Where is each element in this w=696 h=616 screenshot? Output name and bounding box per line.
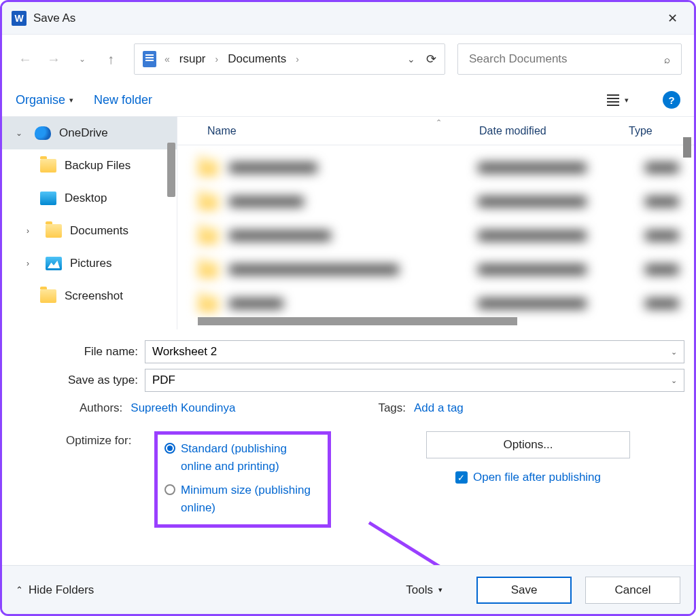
- file-list: ⌃ Name Date modified Type: [177, 117, 694, 329]
- up-button[interactable]: ↑: [100, 48, 122, 70]
- folder-icon: [46, 224, 62, 238]
- dialog-footer: ⌃ Hide Folders Tools ▾ Save Cancel: [2, 565, 694, 614]
- search-icon[interactable]: ⌕: [664, 54, 670, 65]
- organise-menu[interactable]: Organise ▾: [16, 93, 73, 107]
- optimize-highlight-box: Standard (publishing online and printing…: [154, 431, 331, 528]
- options-button[interactable]: Options...: [426, 431, 630, 458]
- filename-value: Worksheet 2: [152, 345, 217, 359]
- tree-item-onedrive[interactable]: ⌄ OneDrive: [2, 117, 177, 149]
- nav-tree: ⌄ OneDrive Backup Files Desktop › Docume…: [2, 117, 177, 329]
- search-box[interactable]: ⌕: [457, 43, 682, 75]
- radio-label: Minimum size (publishing online): [181, 482, 318, 516]
- saveastype-value: PDF: [152, 374, 175, 387]
- view-menu[interactable]: ▾: [607, 94, 629, 106]
- chevron-up-icon: ⌃: [16, 585, 23, 595]
- sort-indicator-icon: ⌃: [436, 118, 442, 127]
- caret-down-icon: ▾: [438, 585, 442, 594]
- address-bar[interactable]: « rsupr › Documents › ⌄ ⟳: [134, 43, 445, 75]
- filename-input[interactable]: Worksheet 2 ⌄: [145, 340, 684, 363]
- dropdown-caret-icon[interactable]: ⌄: [671, 348, 677, 357]
- vertical-scrollbar[interactable]: [683, 137, 691, 158]
- chevron-down-icon: ⌄: [16, 128, 27, 138]
- file-rows-blurred: [177, 145, 694, 321]
- tags-label: Tags:: [378, 401, 406, 415]
- list-view-icon: [607, 94, 619, 106]
- save-button[interactable]: Save: [476, 577, 572, 604]
- word-app-icon: W: [12, 11, 27, 26]
- tools-label: Tools: [406, 583, 433, 597]
- close-button[interactable]: ✕: [661, 7, 684, 30]
- refresh-button[interactable]: ⟳: [426, 52, 436, 67]
- tree-label: Desktop: [65, 192, 107, 205]
- help-button[interactable]: ?: [663, 91, 680, 109]
- chevron-right-icon: ›: [215, 54, 219, 65]
- organise-label: Organise: [16, 93, 65, 107]
- optimize-label: Optimize for:: [66, 431, 154, 528]
- saveastype-select[interactable]: PDF ⌄: [145, 369, 684, 392]
- breadcrumb-seg[interactable]: Documents: [228, 52, 286, 66]
- desktop-icon: [40, 192, 56, 205]
- caret-down-icon: ▾: [69, 96, 73, 105]
- tools-menu[interactable]: Tools ▾: [406, 583, 442, 597]
- sidebar-scrollbar[interactable]: [167, 143, 175, 197]
- authors-value[interactable]: Supreeth Koundinya: [130, 401, 235, 415]
- chevron-right-icon: «: [164, 54, 170, 65]
- onedrive-icon: [35, 126, 51, 140]
- col-type[interactable]: Type: [629, 125, 694, 137]
- radio-label: Standard (publishing online and printing…: [181, 440, 318, 475]
- breadcrumb: « rsupr › Documents ›: [164, 52, 299, 66]
- chevron-right-icon: ›: [27, 259, 37, 268]
- filename-label: File name:: [12, 345, 145, 359]
- checkbox-label: Open file after publishing: [473, 471, 601, 484]
- dialog-title: Save As: [33, 12, 75, 25]
- checkbox-checked-icon: ✓: [455, 471, 468, 484]
- back-button[interactable]: ←: [14, 48, 36, 70]
- tags-value[interactable]: Add a tag: [414, 401, 464, 415]
- main-panel: ⌄ OneDrive Backup Files Desktop › Docume…: [2, 116, 694, 329]
- tree-item-screenshot[interactable]: Screenshot: [2, 280, 177, 312]
- authors-label: Authors:: [80, 401, 122, 415]
- horizontal-scrollbar[interactable]: [198, 317, 517, 325]
- radio-unchecked-icon: [164, 484, 175, 495]
- recent-dropdown[interactable]: ⌄: [71, 48, 93, 70]
- hide-folders-toggle[interactable]: ⌃ Hide Folders: [16, 583, 94, 597]
- folder-icon: [40, 289, 56, 303]
- caret-down-icon: ▾: [625, 96, 629, 105]
- saveastype-label: Save as type:: [12, 374, 145, 387]
- new-folder-button[interactable]: New folder: [94, 93, 152, 107]
- address-dropdown[interactable]: ⌄: [407, 54, 415, 65]
- tree-item-pictures[interactable]: › Pictures: [2, 247, 177, 280]
- dropdown-caret-icon[interactable]: ⌄: [671, 376, 677, 385]
- tree-label: Pictures: [70, 257, 111, 270]
- optimize-standard-radio[interactable]: Standard (publishing online and printing…: [164, 440, 318, 475]
- location-icon: [143, 51, 156, 67]
- organise-toolbar: Organise ▾ New folder ▾ ?: [2, 84, 694, 116]
- tree-label: Documents: [70, 224, 128, 238]
- pictures-icon: [46, 257, 62, 270]
- save-form: File name: Worksheet 2 ⌄ Save as type: P…: [2, 329, 694, 528]
- nav-bar: ← → ⌄ ↑ « rsupr › Documents › ⌄ ⟳ ⌕: [2, 35, 694, 84]
- tree-label: Backup Files: [65, 159, 130, 173]
- optimize-minimum-radio[interactable]: Minimum size (publishing online): [164, 482, 318, 516]
- tree-item-desktop[interactable]: Desktop: [2, 182, 177, 215]
- chevron-right-icon: ›: [296, 54, 299, 65]
- tree-item-backup[interactable]: Backup Files: [2, 149, 177, 182]
- hide-folders-label: Hide Folders: [29, 583, 94, 597]
- tree-label: OneDrive: [59, 126, 108, 140]
- cancel-button[interactable]: Cancel: [585, 577, 680, 604]
- radio-checked-icon: [164, 443, 175, 454]
- tree-label: Screenshot: [65, 289, 123, 303]
- titlebar: W Save As ✕: [2, 2, 694, 35]
- open-after-checkbox[interactable]: ✓ Open file after publishing: [426, 471, 630, 484]
- tree-item-documents[interactable]: › Documents: [2, 215, 177, 247]
- col-date[interactable]: Date modified: [479, 125, 629, 137]
- chevron-right-icon: ›: [27, 226, 37, 236]
- folder-icon: [40, 159, 56, 173]
- forward-button[interactable]: →: [43, 48, 65, 70]
- search-input[interactable]: [469, 52, 664, 66]
- breadcrumb-seg[interactable]: rsupr: [179, 52, 206, 66]
